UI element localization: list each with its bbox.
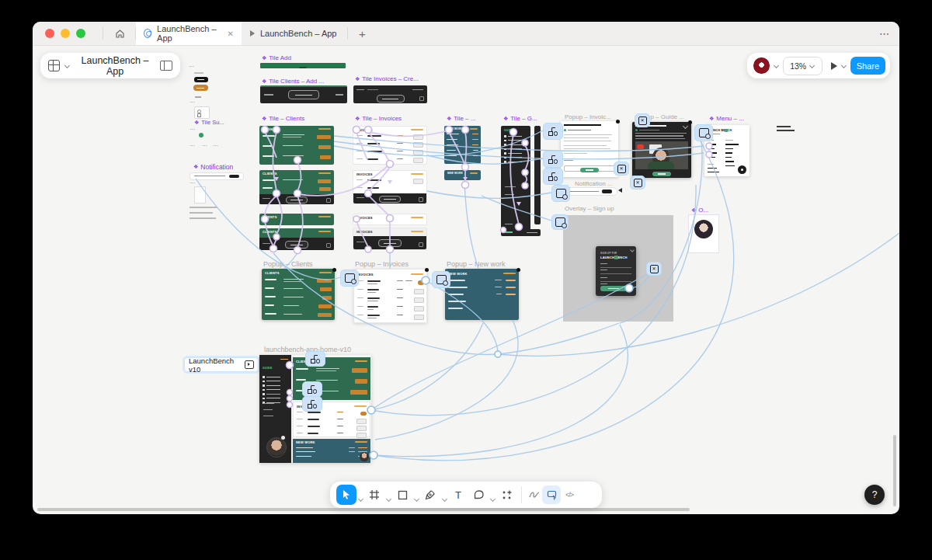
popup-clients[interactable]: CLIENTS bbox=[262, 269, 335, 320]
help-button[interactable]: ? bbox=[864, 485, 885, 505]
popup-close-dot[interactable] bbox=[616, 120, 620, 123]
frame-label-popup-invoice[interactable]: Popup – Invoic... bbox=[565, 113, 611, 120]
dev-code-button[interactable]: </> bbox=[561, 485, 578, 505]
component-action-badge[interactable] bbox=[432, 271, 450, 288]
tile-invoices-cre-component[interactable] bbox=[353, 85, 427, 103]
comment-tool-chevron[interactable] bbox=[489, 485, 496, 505]
mini-asset[interactable] bbox=[194, 72, 203, 74]
collapsed-component-dots[interactable]: ⋯ bbox=[190, 101, 196, 104]
close-action-badge[interactable]: ✕ bbox=[646, 262, 662, 276]
orange-button-component[interactable] bbox=[193, 85, 208, 91]
shape-tool-button[interactable] bbox=[392, 485, 412, 505]
tile-new-work-variant-1[interactable]: NEW WORK bbox=[444, 126, 481, 164]
mini-text[interactable] bbox=[190, 212, 213, 214]
frame-tool-chevron[interactable] bbox=[384, 485, 392, 505]
close-action-badge[interactable]: ✕ bbox=[630, 176, 645, 190]
dev-mode-toggle[interactable] bbox=[542, 485, 561, 504]
frame-label-notification[interactable]: Notification ... bbox=[575, 180, 612, 187]
layout-panels-icon[interactable] bbox=[160, 61, 172, 71]
pen-tool-button[interactable] bbox=[420, 485, 440, 505]
green-check-component[interactable] bbox=[199, 133, 203, 137]
component-label-tile-clients-add[interactable]: ❖ Tile Clients – Add ... bbox=[262, 78, 324, 85]
tile-guide-collapsed[interactable] bbox=[534, 126, 541, 224]
popup-guide-dialog[interactable] bbox=[632, 122, 691, 178]
tile-new-work-variant-2[interactable]: NEW WORK bbox=[444, 170, 481, 180]
component-action-badge[interactable] bbox=[694, 124, 713, 141]
chevron-down-icon[interactable] bbox=[774, 63, 779, 68]
mini-text[interactable] bbox=[190, 217, 216, 219]
text-tool-button[interactable]: T bbox=[448, 485, 468, 505]
move-tool-button[interactable] bbox=[336, 485, 356, 505]
frame-label-popup-new-work[interactable]: Popup – New work bbox=[447, 260, 506, 268]
frame-label-popup-invoices[interactable]: Popup – Invoices bbox=[355, 260, 409, 268]
comment-tool-button[interactable] bbox=[468, 485, 489, 505]
tile-clients-add-component[interactable] bbox=[260, 85, 347, 103]
component-label-menu[interactable]: ❖ Menu – ... bbox=[709, 115, 744, 122]
flow-start-label[interactable]: LaunchBench v10 bbox=[184, 357, 259, 372]
mini-frame[interactable] bbox=[194, 186, 206, 203]
interaction-badge[interactable] bbox=[305, 351, 325, 367]
tile-add-component[interactable] bbox=[260, 63, 346, 68]
tab-launchbench-app-prototype[interactable]: LaunchBench – App bbox=[242, 22, 347, 45]
pen-tool-chevron[interactable] bbox=[440, 485, 448, 505]
component-label-tile-new[interactable]: ❖ Tile – ... bbox=[447, 115, 475, 122]
mini-text[interactable] bbox=[190, 207, 217, 208]
dark-button-component[interactable] bbox=[194, 77, 208, 82]
present-button[interactable] bbox=[831, 62, 837, 70]
collapsed-component-dots[interactable]: ⋯ bbox=[190, 144, 196, 148]
popup-new-work[interactable]: NEW WORK bbox=[445, 269, 519, 320]
popup-close-dot[interactable] bbox=[425, 268, 429, 272]
tile-invoices-variant-3[interactable]: INVOICES bbox=[353, 214, 427, 225]
vertical-scrollbar[interactable] bbox=[893, 435, 896, 506]
figma-main-menu-icon[interactable] bbox=[48, 60, 60, 71]
popup-invoices[interactable]: INVOICES bbox=[353, 269, 427, 323]
tile-guide-sidebar[interactable]: GUIDE bbox=[501, 126, 530, 231]
minimize-window-button[interactable] bbox=[61, 29, 70, 38]
component-action-badge[interactable] bbox=[551, 214, 569, 230]
component-action-badge[interactable] bbox=[551, 185, 570, 202]
component-action-badge[interactable] bbox=[340, 270, 359, 287]
component-label-tile-clients[interactable]: ❖ Tile – Clients bbox=[262, 115, 304, 122]
horizontal-scrollbar[interactable] bbox=[37, 508, 690, 511]
avatar-component-frame[interactable] bbox=[688, 214, 719, 253]
component-label-tile-guide[interactable]: ❖ Tile – G... bbox=[503, 115, 537, 122]
tab-launchbench-app[interactable]: LaunchBench – App ✕ bbox=[136, 22, 242, 45]
tile-invoices-variant-1[interactable]: INVOICES bbox=[353, 126, 427, 165]
collapsed-component-dots[interactable]: ⋯ bbox=[190, 182, 196, 185]
notification-component[interactable] bbox=[190, 172, 244, 180]
frame-label-popup-guide[interactable]: up – Guide ... bbox=[647, 113, 684, 120]
interaction-badge[interactable] bbox=[543, 123, 563, 140]
share-button[interactable]: Share bbox=[850, 57, 885, 75]
frame-label-popup-clients[interactable]: Popup – Clients bbox=[263, 260, 313, 268]
actions-tool-button[interactable] bbox=[496, 485, 516, 505]
interaction-badge[interactable] bbox=[543, 168, 563, 185]
chevron-down-icon[interactable] bbox=[841, 63, 847, 68]
interaction-badge[interactable] bbox=[302, 381, 322, 397]
chevron-down-icon[interactable] bbox=[64, 63, 70, 68]
user-avatar[interactable] bbox=[753, 57, 770, 74]
popup-close-dot[interactable] bbox=[688, 120, 692, 124]
collapsed-component-dots[interactable]: ⋯ bbox=[190, 128, 196, 131]
tile-invoices-variant-4[interactable]: INVOICES bbox=[353, 228, 427, 250]
close-action-badge[interactable]: ✕ bbox=[614, 162, 629, 176]
icon-set-component[interactable] bbox=[194, 106, 210, 119]
collapsed-component-dots[interactable]: ⋯ bbox=[213, 144, 219, 148]
close-tab-icon[interactable]: ✕ bbox=[228, 30, 234, 38]
tile-clients-variant-2[interactable]: CLIENTS bbox=[259, 170, 334, 204]
interaction-badge[interactable] bbox=[302, 396, 322, 412]
popup-close-dot[interactable] bbox=[332, 268, 336, 272]
notification-toast[interactable] bbox=[565, 187, 617, 196]
frame-tool-button[interactable] bbox=[364, 485, 384, 505]
tile-guide-bar[interactable] bbox=[501, 229, 541, 236]
draw-mode-button[interactable] bbox=[527, 485, 542, 505]
move-tool-chevron[interactable] bbox=[356, 485, 364, 505]
frame-label-overlay-signup[interactable]: Overlay – Sign up bbox=[565, 205, 614, 212]
collapsed-component-dots[interactable]: ⋯ bbox=[189, 65, 195, 68]
collapsed-component-dots[interactable]: ⋯ bbox=[202, 144, 208, 148]
component-label-notification[interactable]: ❖ Notification bbox=[193, 163, 233, 171]
zoom-select[interactable]: 13% bbox=[783, 57, 822, 75]
mini-text[interactable] bbox=[195, 96, 201, 98]
popup-invoice-dialog[interactable] bbox=[561, 121, 618, 177]
file-title[interactable]: LaunchBench – App bbox=[75, 55, 155, 77]
component-label-tile-invoices[interactable]: ❖ Tile – Invoices bbox=[355, 115, 402, 122]
